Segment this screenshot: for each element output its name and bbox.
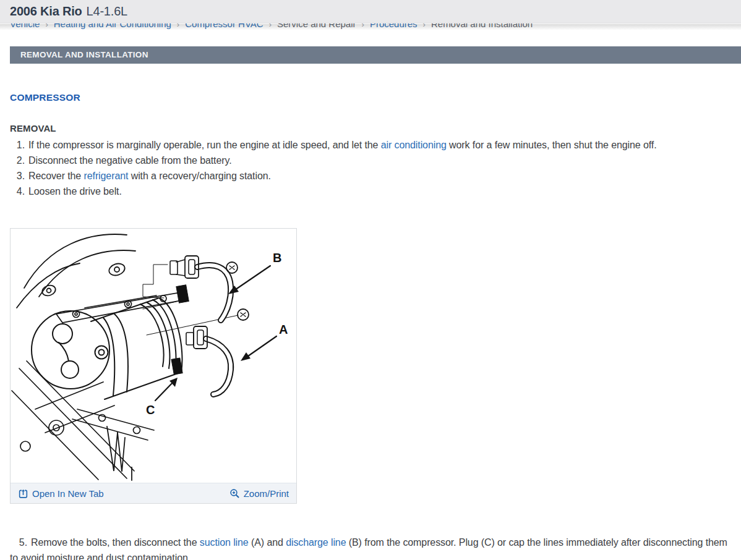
step-text: Disconnect the negative cable from the b… <box>28 155 232 166</box>
hose-a <box>186 309 249 394</box>
article-heading: COMPRESSOR <box>10 92 80 103</box>
zoom-print-link[interactable]: Zoom/Print <box>229 488 289 499</box>
diagram-label-c: C <box>146 403 155 417</box>
figure-footer: Open In New Tab Zoom/Print <box>11 483 296 503</box>
page-title: 2006 Kia Rio <box>10 4 82 19</box>
engine-block-lines <box>12 361 154 480</box>
compressor-diagram: B A C <box>11 229 296 482</box>
section-header-bar: REMOVAL AND INSTALLATION <box>10 46 741 64</box>
step-text: Recover the <box>28 171 84 181</box>
zoom-print-label: Zoom/Print <box>244 488 289 499</box>
step-item: 4.Loosen the drive belt. <box>10 184 731 199</box>
step-text: with a recovery/charging station. <box>128 171 271 181</box>
inline-link[interactable]: discharge line <box>286 537 346 548</box>
compressor-body <box>32 298 182 399</box>
inline-link[interactable]: air conditioning <box>381 140 447 150</box>
step-number: 5. <box>12 535 27 550</box>
step-number: 3. <box>10 168 25 184</box>
step-text: work for a few minutes, then shut the en… <box>447 140 657 150</box>
step-text: Loosen the drive belt. <box>28 186 122 197</box>
open-in-new-tab-icon <box>18 488 28 499</box>
step-item: 2.Disconnect the negative cable from the… <box>10 153 731 168</box>
inline-link[interactable]: suction line <box>200 537 249 548</box>
inline-link[interactable]: refrigerant <box>84 171 129 181</box>
open-in-new-tab-link[interactable]: Open In New Tab <box>18 488 104 499</box>
figure-image: B A C <box>11 229 296 483</box>
engine-outline <box>17 234 135 308</box>
figure-box: B A C Open In New Tab Zoom/ <box>10 228 297 504</box>
arrow-b <box>228 266 270 294</box>
diagram-label-b: B <box>273 251 281 265</box>
page-header: 2006 Kia Rio L4-1.6L <box>0 0 741 23</box>
zoom-icon <box>229 488 240 499</box>
step-number: 2. <box>10 153 25 168</box>
page-title-engine: L4-1.6L <box>87 4 127 19</box>
step-item: 3.Recover the refrigerant with a recover… <box>10 168 731 184</box>
step-text: (A) and <box>249 537 286 548</box>
plug-2 <box>171 358 182 375</box>
arrow-a <box>241 336 276 361</box>
removal-subheading: REMOVAL <box>10 123 56 134</box>
step-number: 4. <box>10 184 25 199</box>
plug-1 <box>176 285 189 303</box>
arrow-c <box>155 378 178 401</box>
page: Vehicle›Heating and Air Conditioning›Com… <box>0 0 741 560</box>
step-5: 5.Remove the bolts, then disconnect the … <box>10 535 731 560</box>
diagram-label-a: A <box>279 323 288 336</box>
step-text: Remove the bolts, then disconnect the <box>31 537 200 548</box>
section-header-label: REMOVAL AND INSTALLATION <box>20 50 148 59</box>
step-number: 1. <box>10 137 25 153</box>
step-text: If the compressor is marginally operable… <box>28 140 381 150</box>
open-in-new-tab-label: Open In New Tab <box>32 488 104 499</box>
removal-steps: 1.If the compressor is marginally operab… <box>10 137 731 199</box>
step-item: 1.If the compressor is marginally operab… <box>10 137 731 153</box>
